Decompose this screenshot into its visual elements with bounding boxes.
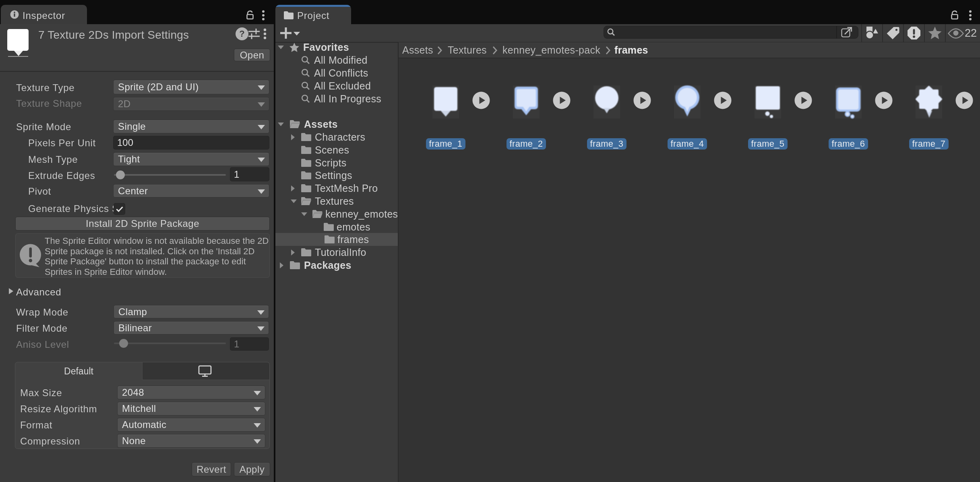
svg-text:?: ? xyxy=(239,29,244,39)
